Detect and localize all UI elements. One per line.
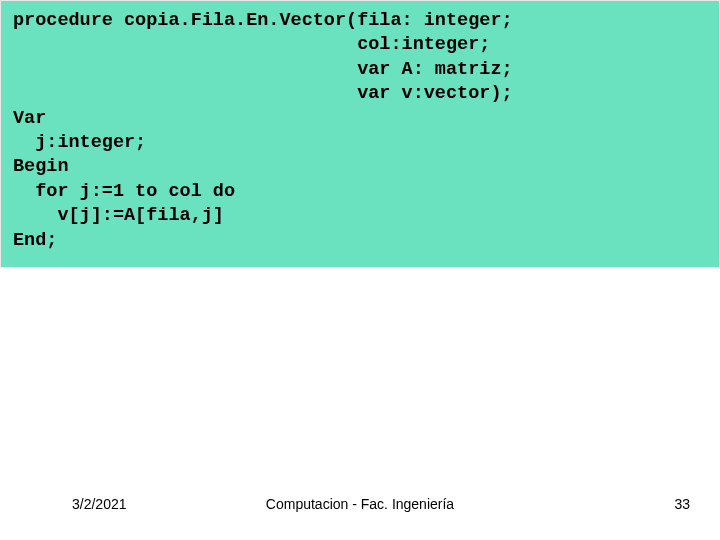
code-line-4: var v:vector); xyxy=(13,82,707,106)
code-line-1: procedure copia.Fila.En.Vector(fila: int… xyxy=(13,9,707,33)
slide-footer: 3/2/2021 Computacion - Fac. Ingeniería 3… xyxy=(0,488,720,512)
code-line-9: v[j]:=A[fila,j] xyxy=(13,204,707,228)
code-line-6: j:integer; xyxy=(13,131,707,155)
code-line-2: col:integer; xyxy=(13,33,707,57)
footer-center-text: Computacion - Fac. Ingeniería xyxy=(0,496,720,512)
footer-page-number: 33 xyxy=(674,496,690,512)
code-line-10: End; xyxy=(13,229,707,253)
code-line-8: for j:=1 to col do xyxy=(13,180,707,204)
code-line-5: Var xyxy=(13,107,707,131)
code-line-7: Begin xyxy=(13,155,707,179)
code-block: procedure copia.Fila.En.Vector(fila: int… xyxy=(0,0,720,268)
code-line-3: var A: matriz; xyxy=(13,58,707,82)
